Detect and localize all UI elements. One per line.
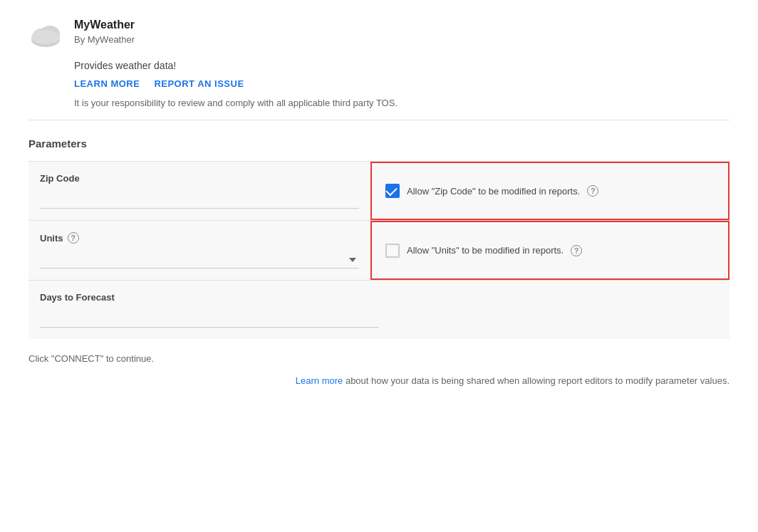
app-icon [28,17,63,51]
zipcode-input[interactable] [40,191,359,209]
param-left-units: Units ? Imperial Metric [28,221,370,280]
section-divider [28,120,730,120]
units-allow-row: Allow "Units" to be modified in reports.… [385,244,582,258]
days-input[interactable] [40,310,379,328]
report-issue-link[interactable]: REPORT AN ISSUE [154,78,244,89]
param-left-days: Days to Forecast [28,281,730,339]
param-row-days: Days to Forecast [28,280,730,339]
zipcode-allow-checkbox[interactable] [385,184,400,198]
connect-hint: Click "CONNECT" to continue. [28,353,730,364]
zipcode-allow-help-icon[interactable]: ? [587,185,598,197]
param-label-zipcode: Zip Code [40,173,359,184]
footer-note-suffix: about how your data is being shared when… [343,375,730,386]
units-allow-checkbox[interactable] [385,244,400,258]
parameters-title: Parameters [28,137,730,150]
param-right-units: Allow "Units" to be modified in reports.… [370,221,730,280]
units-select-wrap: Imperial Metric [40,251,359,268]
units-allow-help-icon[interactable]: ? [571,245,582,256]
app-title: MyWeather [74,17,730,33]
param-left-zipcode: Zip Code [28,162,370,220]
param-row-zipcode: Zip Code Allow "Zip Code" to be modified… [28,161,730,220]
app-by: By MyWeather [74,34,730,45]
param-label-days: Days to Forecast [40,292,718,303]
param-row-units: Units ? Imperial Metric Allow "Units" to… [28,220,730,280]
tos-text: It is your responsibility to review and … [74,98,730,108]
param-right-zipcode: Allow "Zip Code" to be modified in repor… [370,162,730,220]
zipcode-allow-row: Allow "Zip Code" to be modified in repor… [385,184,598,198]
zipcode-allow-label: Allow "Zip Code" to be modified in repor… [407,186,580,197]
footer-note: Learn more about how your data is being … [28,375,730,386]
app-header: MyWeather By MyWeather [28,17,730,51]
param-label-units: Units ? [40,232,359,244]
units-allow-label: Allow "Units" to be modified in reports. [407,245,564,256]
links-row: LEARN MORE REPORT AN ISSUE [74,78,730,89]
footer-learn-more-link[interactable]: Learn more [296,375,343,386]
units-select[interactable]: Imperial Metric [40,251,359,268]
units-help-icon[interactable]: ? [68,232,79,244]
app-description: Provides weather data! [74,60,730,71]
svg-point-3 [31,30,60,44]
app-info: MyWeather By MyWeather [74,17,730,45]
learn-more-link[interactable]: LEARN MORE [74,78,140,89]
